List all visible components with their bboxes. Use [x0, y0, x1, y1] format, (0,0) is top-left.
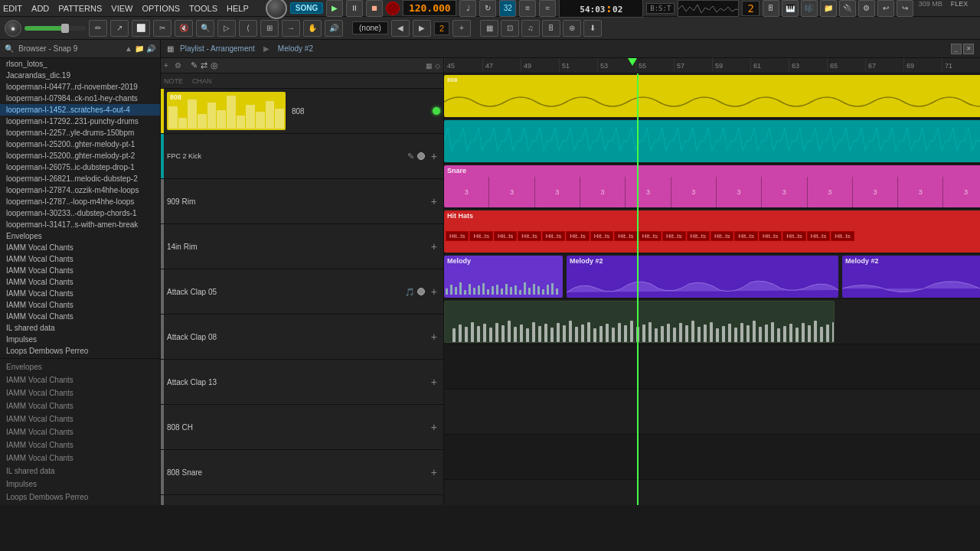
browser-loops[interactable]: Loops Dembows Perreo	[0, 491, 160, 504]
playlist-close-btn[interactable]: ✕	[963, 44, 974, 54]
browser-item-0[interactable]: rlson_lotos_	[0, 58, 160, 70]
pause-button[interactable]: ⏸	[346, 0, 363, 17]
menu-add[interactable]: ADD	[31, 4, 49, 13]
track-lane-8[interactable]	[444, 390, 980, 435]
cs-expand-icon[interactable]: ◇	[435, 62, 440, 70]
browser-iamm-1[interactable]: IAMM Vocal Chants	[0, 373, 160, 386]
tool-zoom[interactable]: 🔍	[196, 20, 214, 37]
master-volume-knob[interactable]: ●	[5, 20, 21, 37]
channel-edit-fpc2kick[interactable]: ✎	[407, 152, 414, 161]
redo-btn[interactable]: ↪	[897, 0, 913, 17]
browser-item-14[interactable]: looperman-l-31417..s-with-amen-break	[0, 219, 160, 230]
browser-item-17[interactable]: IAMM Vocal Chants	[0, 253, 160, 265]
channel-add-fpc2kick[interactable]: +	[428, 150, 440, 162]
step-seq-btn[interactable]: ⊡	[501, 20, 519, 37]
tool-erase[interactable]: ⬜	[132, 20, 150, 37]
playlist-icon-btn[interactable]: ▦	[480, 20, 498, 37]
menu-edit[interactable]: EDIT	[3, 4, 22, 13]
browser-item-15[interactable]: Envelopes	[0, 230, 160, 242]
stop-button[interactable]: ⏹	[366, 0, 383, 17]
channel-icon-ac05[interactable]: 🎵	[405, 288, 414, 296]
tool-select[interactable]: ↗	[110, 20, 129, 37]
track-lane-hithats[interactable]: Hit Hats Hit..ts Hit..ts Hit..ts Hit..ts…	[444, 209, 980, 254]
note-label[interactable]: NOTE	[164, 77, 183, 85]
arrangement-block-808[interactable]: 808	[444, 75, 980, 117]
browser-item-9[interactable]: looperman-l-26075..ic-dubstep-drop-1	[0, 161, 160, 173]
track-lane-melody[interactable]: Melody	[444, 254, 980, 299]
channel-add-ac05[interactable]: +	[428, 285, 440, 298]
browser-item-1[interactable]: Jacarandas_dic.19	[0, 70, 160, 81]
metronome-icon[interactable]: ♩	[459, 0, 476, 17]
settings-btn[interactable]: ⚙	[858, 0, 875, 17]
effect-chain-btn[interactable]: ⊛	[563, 20, 581, 37]
track-lane-7[interactable]	[444, 344, 980, 390]
channel-dot-fpc2kick[interactable]	[417, 152, 425, 160]
track-lane-808[interactable]: 808	[444, 73, 980, 119]
tool-stutter[interactable]: ⟨	[239, 20, 257, 37]
menu-options[interactable]: OPTIONS	[142, 4, 180, 13]
browser-item-22[interactable]: IAMM Vocal Chants	[0, 311, 160, 322]
channel-name-808snare[interactable]: 808 Snare	[164, 467, 428, 478]
pattern-selector[interactable]: (none)	[352, 21, 388, 34]
browser-item-18[interactable]: IAMM Vocal Chants	[0, 265, 160, 276]
mixer-icon-btn[interactable]: 🎚	[542, 20, 560, 37]
browser-item-21[interactable]: IAMM Vocal Chants	[0, 299, 160, 311]
cs-move-icon[interactable]: ⇄	[201, 60, 207, 70]
pattern-add[interactable]: +	[452, 20, 471, 37]
channel-name-ac05[interactable]: Attack Clap 05	[164, 286, 405, 298]
play-button[interactable]: ▶	[326, 0, 343, 17]
pattern-prev[interactable]: ◀	[391, 20, 410, 37]
browser-item-12[interactable]: looperman-l-2787..-loop-m4hhe-loops	[0, 196, 160, 207]
browser-up-icon[interactable]: ▲	[125, 44, 132, 53]
cs-add-btn[interactable]: +	[164, 61, 168, 70]
channel-add-808ch[interactable]: +	[428, 421, 440, 433]
tool-mute[interactable]: 🔇	[175, 20, 193, 37]
channel-name-808[interactable]: 808	[289, 106, 433, 117]
piano-roll-btn[interactable]: 🎼	[801, 0, 818, 17]
menu-view[interactable]: VIEW	[111, 4, 132, 13]
tool-cut[interactable]: ✂	[153, 20, 172, 37]
cs-settings-btn[interactable]: ⚙	[175, 61, 181, 70]
tool-draw[interactable]: ✏	[89, 20, 107, 37]
browser-iamm-4[interactable]: IAMM Vocal Chants	[0, 412, 160, 425]
track-lane-snare[interactable]: Snare 3 3 3 3 3 3 3 3 3	[444, 164, 980, 209]
arrangement-block-fpc2kick[interactable]	[444, 120, 980, 162]
browser-item-13[interactable]: looperman-l-30233..-dubstep-chords-1	[0, 207, 160, 219]
browser-item-19[interactable]: IAMM Vocal Chants	[0, 276, 160, 288]
browser-iamm-6[interactable]: IAMM Vocal Chants	[0, 439, 160, 452]
browser-iamm-7[interactable]: IAMM Vocal Chants	[0, 452, 160, 465]
channel-name-808ch[interactable]: 808 CH	[164, 422, 428, 433]
browser-item-25[interactable]: Loops Dembows Perreo	[0, 345, 160, 357]
browser-speaker-icon[interactable]: 🔊	[146, 44, 155, 53]
browser-item-10[interactable]: looperman-l-26821..melodic-dubstep-2	[0, 173, 160, 184]
bpm-display[interactable]: 120.000	[403, 0, 456, 16]
mixer-window-btn[interactable]: 🎚	[763, 0, 779, 17]
tool-playback[interactable]: ▷	[217, 20, 236, 37]
channel-add-14inrim[interactable]: +	[428, 240, 440, 253]
track-lane-6[interactable]	[444, 299, 980, 344]
browser-impulses[interactable]: Impulses	[0, 478, 160, 491]
channel-dot-808[interactable]	[433, 107, 440, 115]
browser-item-11[interactable]: looperman-l-27874..ozzik-m4hhe-loops	[0, 184, 160, 196]
browser-item-23[interactable]: IL shared data	[0, 322, 160, 334]
menu-tools[interactable]: TOOLS	[189, 4, 217, 13]
loop-icon[interactable]: ↻	[479, 0, 496, 17]
browser-item-8[interactable]: looperman-l-25200..ghter-melody-pt-2	[0, 150, 160, 161]
master-knob[interactable]	[266, 0, 287, 19]
piano-roll-icon-btn[interactable]: ♫	[521, 20, 540, 37]
browser-item-16[interactable]: IAMM Vocal Chants	[0, 242, 160, 253]
eq-icon[interactable]: ≈	[539, 0, 556, 17]
track-lane-fpc2kick[interactable]	[444, 119, 980, 164]
channel-name-ac08[interactable]: Attack Clap 08	[164, 331, 428, 343]
browser-btn[interactable]: 📁	[820, 0, 837, 17]
song-tag[interactable]: SONG	[290, 2, 323, 14]
playlist-breadcrumb-main[interactable]: Playlist - Arrangement	[180, 44, 255, 53]
pattern-next[interactable]: ▶	[413, 20, 431, 37]
browser-iamm-3[interactable]: IAMM Vocal Chants	[0, 399, 160, 412]
channel-name-ac13[interactable]: Attack Clap 13	[164, 377, 428, 388]
browser-item-4[interactable]: looperman-l-1452..scratches-4-out-4	[0, 104, 160, 116]
browser-item-24[interactable]: Impulses	[0, 334, 160, 345]
channel-pattern-808[interactable]: 808	[167, 92, 286, 130]
arrangement-block-melody1[interactable]: Melody	[444, 256, 563, 298]
arrangement-block-snare[interactable]: Snare 3 3 3 3 3 3 3 3 3	[444, 165, 980, 207]
